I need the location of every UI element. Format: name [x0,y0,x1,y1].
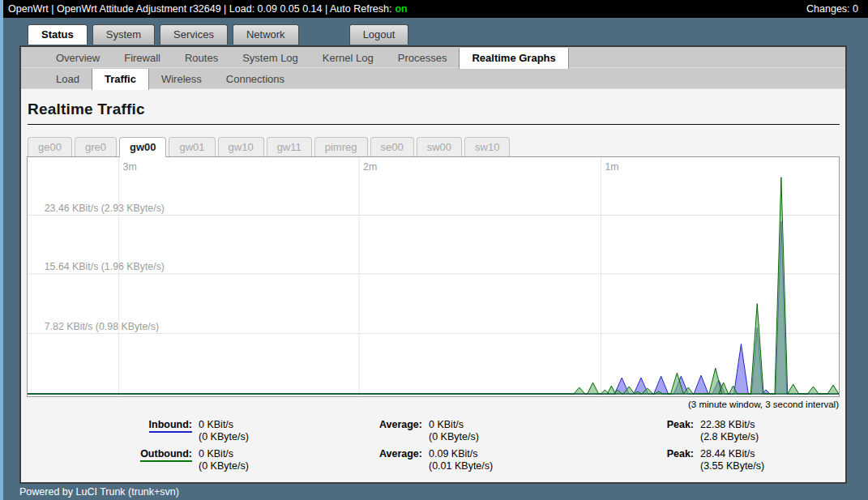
page-title: Realtime Traffic [28,100,840,125]
traffic-graph: 23.46 KBit/s (2.93 KByte/s)15.64 KBit/s … [27,156,840,397]
svg-text:23.46 KBit/s (2.93 KByte/s): 23.46 KBit/s (2.93 KByte/s) [45,203,165,214]
topbar-title: OpenWrt | OpenWrt Attitude Adjustment r3… [8,3,391,15]
nav-tab-network[interactable]: Network [233,24,299,45]
status-tab-system-log[interactable]: System Log [230,48,310,69]
topbar: OpenWrt | OpenWrt Attitude Adjustment r3… [3,0,868,18]
graphs-tab-traffic[interactable]: Traffic [92,69,149,90]
status-tab-routes[interactable]: Routes [173,48,230,69]
status-tab-processes[interactable]: Processes [386,48,460,69]
status-tab-kernel-log[interactable]: Kernel Log [310,48,386,69]
series-inbound [28,221,839,394]
inbound-average-label: Average: [328,419,429,443]
iface-tab-ge00[interactable]: ge00 [28,137,72,156]
graph-window-caption: (3 minute window, 3 second interval) [27,400,839,409]
status-tab-realtime-graphs[interactable]: Realtime Graphs [459,48,568,69]
outbound-label: Outbound: [27,448,199,472]
nav-tab-status[interactable]: Status [28,24,88,45]
iface-tab-gw10[interactable]: gw10 [218,137,264,156]
status-tab-overview[interactable]: Overview [44,48,112,69]
outbound-value: 0 KBit/s(0 KByte/s) [199,448,328,472]
traffic-stats: Inbound: 0 KBit/s(0 KByte/s) Average: 0 … [27,419,840,485]
content-container: OverviewFirewallRoutesSystem LogKernel L… [19,45,847,484]
footer: Powered by LuCI Trunk (trunk+svn) [0,484,868,498]
outbound-peak-label: Peak: [558,448,700,472]
nav-tab-logout[interactable]: Logout [349,24,409,45]
iface-tab-sw00[interactable]: sw00 [417,137,462,156]
iface-tab-se00[interactable]: se00 [370,137,414,156]
iface-tab-gw00[interactable]: gw00 [119,137,167,157]
nav-tab-system[interactable]: System [92,24,155,45]
changes-indicator[interactable]: Changes: 0 [806,0,858,18]
graphs-tab-connections[interactable]: Connections [214,69,297,90]
outbound-average-label: Average: [328,448,429,472]
inbound-peak-label: Peak: [558,419,700,443]
svg-text:1m: 1m [605,161,618,173]
iface-tab-sw10[interactable]: sw10 [464,137,510,156]
graphs-section-navigation: LoadTrafficWirelessConnections [21,68,845,89]
inbound-label: Inbound: [27,419,199,443]
status-tab-firewall[interactable]: Firewall [112,48,173,69]
svg-text:7.82 KBit/s (0.98 KByte/s): 7.82 KBit/s (0.98 KByte/s) [45,321,159,332]
interface-tabs: ge00gre0gw00gw01gw10gw11pimregse00sw00sw… [27,137,840,156]
outbound-average-value: 0.09 KBit/s(0.01 KByte/s) [429,448,558,472]
left-edge-strip [0,0,3,500]
inbound-average-value: 0 KBit/s(0 KByte/s) [429,419,558,443]
graphs-tab-load[interactable]: Load [44,69,92,90]
iface-tab-gw01[interactable]: gw01 [169,137,215,156]
traffic-graph-svg: 23.46 KBit/s (2.93 KByte/s)15.64 KBit/s … [28,157,839,396]
outbound-peak-value: 28.44 KBit/s(3.55 KByte/s) [700,448,840,472]
graphs-tab-wireless[interactable]: Wireless [149,69,214,90]
nav-tab-services[interactable]: Services [160,24,228,45]
inbound-peak-value: 22.38 KBit/s(2.8 KByte/s) [700,419,840,443]
svg-text:2m: 2m [363,161,377,173]
svg-text:15.64 KBit/s (1.96 KByte/s): 15.64 KBit/s (1.96 KByte/s) [45,261,165,272]
auto-refresh-state[interactable]: on [395,3,407,15]
topbar-status: OpenWrt | OpenWrt Attitude Adjustment r3… [8,0,408,18]
iface-tab-pimreg[interactable]: pimreg [314,137,368,156]
main-navigation: StatusSystemServicesNetworkLogout [0,18,868,45]
iface-tab-gw11[interactable]: gw11 [267,137,312,156]
page-body: Realtime Traffic ge00gre0gw00gw01gw10gw1… [21,89,845,485]
iface-tab-gre0[interactable]: gre0 [75,137,117,156]
inbound-value: 0 KBit/s(0 KByte/s) [199,419,328,443]
svg-text:3m: 3m [123,161,137,173]
status-sub-navigation: OverviewFirewallRoutesSystem LogKernel L… [21,47,845,68]
